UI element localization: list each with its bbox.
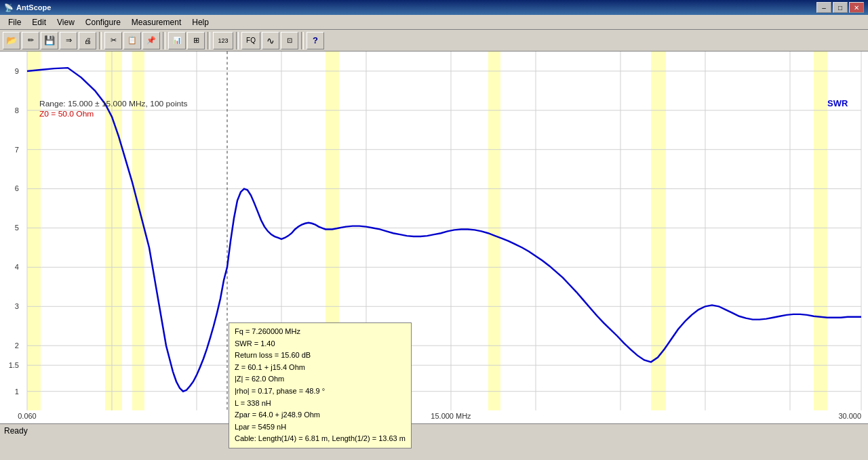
svg-text:15.000 MHz: 15.000 MHz bbox=[431, 412, 471, 420]
edit-button[interactable]: ✏ bbox=[22, 32, 39, 49]
status-text: Ready bbox=[4, 426, 28, 436]
chart-button[interactable]: 📊 bbox=[168, 32, 186, 49]
svg-text:Range: 15.000 ± 15.000 MHz, 10: Range: 15.000 ± 15.000 MHz, 100 points bbox=[39, 99, 188, 108]
menu-configure[interactable]: Configure bbox=[80, 16, 126, 28]
separator-1 bbox=[99, 32, 102, 49]
minimize-button[interactable]: – bbox=[816, 2, 831, 13]
print-button[interactable]: 🖨 bbox=[79, 32, 96, 49]
svg-rect-7 bbox=[814, 51, 827, 411]
copy-button[interactable]: 📋 bbox=[123, 32, 141, 49]
app-icon: 📡 bbox=[4, 3, 14, 12]
fq-button[interactable]: FQ bbox=[241, 32, 260, 49]
svg-text:7: 7 bbox=[15, 146, 19, 154]
menu-measurement[interactable]: Measurement bbox=[126, 16, 186, 28]
svg-text:3: 3 bbox=[15, 302, 19, 310]
svg-text:5: 5 bbox=[15, 224, 19, 232]
main-area: 1 1.5 2 3 4 5 6 7 8 9 Range: 15.000 ± 15… bbox=[0, 51, 868, 437]
open-button[interactable]: 📂 bbox=[3, 32, 20, 49]
svg-rect-5 bbox=[488, 51, 500, 411]
titlebar: 📡 AntScope – □ ✕ bbox=[0, 0, 868, 15]
cut-button[interactable]: ✂ bbox=[104, 32, 122, 49]
measure-button[interactable]: ⊞ bbox=[187, 32, 205, 49]
svg-text:0.060: 0.060 bbox=[18, 412, 37, 420]
menubar: File Edit View Configure Measurement Hel… bbox=[0, 15, 868, 30]
close-button[interactable]: ✕ bbox=[849, 2, 864, 13]
separator-3 bbox=[208, 32, 210, 49]
svg-text:1.5: 1.5 bbox=[9, 361, 19, 369]
statusbar: Ready bbox=[0, 423, 868, 437]
separator-2 bbox=[163, 32, 165, 49]
svg-text:1: 1 bbox=[15, 388, 19, 396]
menu-help[interactable]: Help bbox=[186, 16, 214, 28]
chart-area: 1 1.5 2 3 4 5 6 7 8 9 Range: 15.000 ± 15… bbox=[0, 51, 868, 423]
menu-edit[interactable]: Edit bbox=[26, 16, 52, 28]
export-button[interactable]: ⇒ bbox=[60, 32, 77, 49]
chart-svg: 1 1.5 2 3 4 5 6 7 8 9 Range: 15.000 ± 15… bbox=[0, 51, 868, 423]
scope-button[interactable]: ⊡ bbox=[281, 32, 298, 49]
app-title: AntScope bbox=[16, 3, 51, 12]
svg-text:4: 4 bbox=[15, 263, 19, 271]
paste-button[interactable]: 📌 bbox=[142, 32, 160, 49]
toolbar: 📂 ✏ 💾 ⇒ 🖨 ✂ 📋 📌 📊 ⊞ 123 FQ ∿ ⊡ ? bbox=[0, 30, 868, 51]
num123-button[interactable]: 123 bbox=[213, 32, 233, 49]
save-button[interactable]: 💾 bbox=[41, 32, 58, 49]
svg-text:Z0 = 50.0 Ohm: Z0 = 50.0 Ohm bbox=[39, 110, 94, 119]
svg-rect-4 bbox=[326, 51, 339, 411]
svg-text:SWR: SWR bbox=[827, 98, 848, 108]
menu-view[interactable]: View bbox=[52, 16, 80, 28]
help-button[interactable]: ? bbox=[307, 32, 324, 49]
maximize-button[interactable]: □ bbox=[833, 2, 848, 13]
svg-text:2: 2 bbox=[15, 341, 19, 350]
wave-button[interactable]: ∿ bbox=[262, 32, 279, 49]
separator-4 bbox=[236, 32, 239, 49]
separator-5 bbox=[301, 32, 304, 49]
svg-text:9: 9 bbox=[15, 67, 19, 75]
window-controls: – □ ✕ bbox=[816, 2, 864, 13]
menu-file[interactable]: File bbox=[3, 16, 26, 28]
svg-text:8: 8 bbox=[15, 106, 19, 114]
svg-text:6: 6 bbox=[15, 185, 19, 193]
svg-text:30.000: 30.000 bbox=[838, 412, 861, 420]
